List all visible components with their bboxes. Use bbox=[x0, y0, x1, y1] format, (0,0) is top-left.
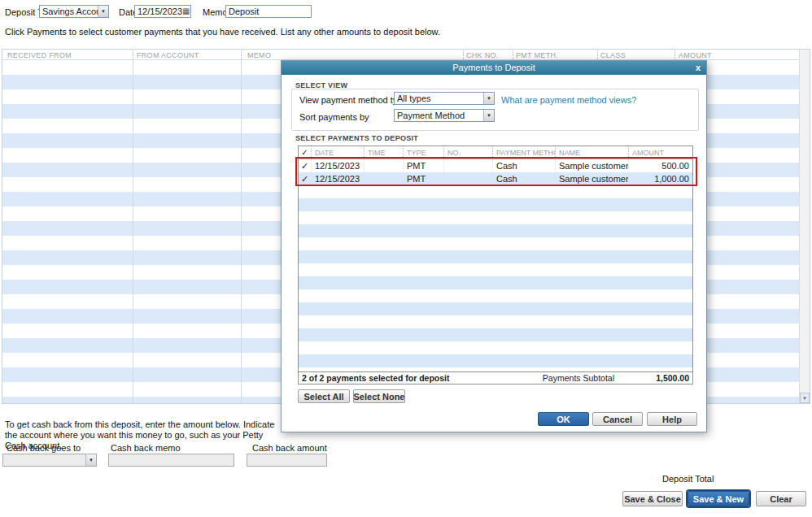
chevron-down-icon[interactable]: ▼ bbox=[85, 454, 96, 466]
cell-time bbox=[364, 172, 403, 185]
chevron-down-icon[interactable]: ▼ bbox=[483, 110, 494, 121]
deposit-to-select[interactable]: Savings Account ▼ bbox=[39, 5, 109, 18]
chevron-down-icon[interactable]: ▼ bbox=[98, 6, 108, 17]
cell-payment-method: Cash bbox=[492, 172, 555, 185]
dialog-title: Payments to Deposit bbox=[452, 63, 535, 72]
empty-row bbox=[299, 341, 692, 354]
cash-back-goes-to-select[interactable]: ▼ bbox=[2, 454, 97, 467]
column-separator bbox=[133, 50, 133, 59]
sort-payments-value: Payment Method bbox=[395, 111, 483, 120]
column-header-chk-no: CHK NO. bbox=[466, 51, 499, 59]
checkmark-icon[interactable]: ✓ bbox=[299, 159, 311, 172]
memo-value: Deposit bbox=[229, 7, 259, 16]
column-header-pmt-meth: PMT METH. bbox=[516, 51, 558, 59]
cash-back-memo-label: Cash back memo bbox=[111, 443, 181, 453]
deposit-grid-header: RECEIVED FROM FROM ACCOUNT MEMO CHK NO. … bbox=[2, 50, 799, 60]
column-separator bbox=[513, 50, 513, 59]
checkmark-icon[interactable]: ✓ bbox=[299, 172, 311, 185]
cancel-button[interactable]: Cancel bbox=[592, 412, 643, 426]
cell-no bbox=[443, 159, 492, 172]
check-column-header: ✓ bbox=[299, 146, 311, 159]
payments-table-footer: 2 of 2 payments selected for deposit Pay… bbox=[299, 371, 692, 384]
empty-row bbox=[299, 315, 692, 328]
payment-row[interactable]: ✓ 12/15/2023 PMT Cash Sample customer 50… bbox=[299, 159, 692, 172]
cell-time bbox=[364, 159, 403, 172]
sort-payments-select[interactable]: Payment Method ▼ bbox=[394, 109, 495, 122]
column-separator bbox=[463, 50, 464, 59]
view-method-value: All types bbox=[395, 93, 483, 103]
empty-row bbox=[299, 237, 692, 250]
selected-count-text: 2 of 2 payments selected for deposit bbox=[299, 373, 543, 383]
close-icon[interactable]: x bbox=[696, 61, 701, 75]
save-close-button[interactable]: Save & Close bbox=[622, 491, 683, 506]
empty-row bbox=[299, 250, 692, 263]
cell-amount: 500.00 bbox=[628, 159, 692, 172]
payments-table-body: ✓ 12/15/2023 PMT Cash Sample customer 50… bbox=[299, 159, 692, 371]
select-payments-label: SELECT PAYMENTS TO DEPOSIT bbox=[295, 134, 418, 142]
column-header-class: CLASS bbox=[600, 51, 626, 59]
column-separator bbox=[241, 50, 242, 59]
memo-input[interactable]: Deposit bbox=[225, 5, 312, 18]
save-new-button[interactable]: Save & New bbox=[688, 491, 749, 506]
column-header-name: NAME bbox=[555, 146, 628, 159]
empty-row bbox=[299, 276, 692, 289]
column-header-from-account: FROM ACCOUNT bbox=[137, 51, 199, 59]
empty-row bbox=[299, 328, 692, 341]
cell-no bbox=[443, 172, 492, 185]
payment-row[interactable]: ✓ 12/15/2023 PMT Cash Sample customer 1,… bbox=[299, 172, 692, 185]
cash-back-goes-to-label: Cash back goes to bbox=[7, 443, 81, 453]
cell-payment-method: Cash bbox=[492, 159, 555, 172]
memo-label: Memo bbox=[203, 7, 228, 17]
payments-table: ✓ DATE TIME TYPE NO. PAYMENT METHOD NAME… bbox=[298, 146, 693, 384]
cash-back-amount-input[interactable] bbox=[247, 454, 327, 467]
dialog-titlebar[interactable]: Payments to Deposit x bbox=[282, 61, 706, 75]
cash-back-memo-input[interactable] bbox=[108, 454, 234, 467]
column-header-no: NO. bbox=[443, 146, 492, 159]
column-header-memo: MEMO bbox=[247, 51, 271, 59]
ok-button[interactable]: OK bbox=[538, 412, 589, 426]
cell-type: PMT bbox=[403, 172, 443, 185]
select-none-button[interactable]: Select None bbox=[353, 389, 405, 403]
grid-line bbox=[241, 60, 242, 403]
calendar-icon[interactable]: ▦ bbox=[182, 7, 190, 15]
empty-row bbox=[299, 354, 692, 367]
cell-name: Sample customer bbox=[555, 159, 628, 172]
payments-subtotal-label: Payments Subtotal bbox=[543, 373, 622, 383]
deposit-to-value: Savings Account bbox=[40, 7, 98, 16]
select-all-button[interactable]: Select All bbox=[298, 389, 350, 403]
clear-button[interactable]: Clear bbox=[756, 491, 806, 506]
instruction-text: Click Payments to select customer paymen… bbox=[5, 27, 440, 37]
payments-subtotal-value: 1,500.00 bbox=[622, 373, 692, 383]
empty-row bbox=[299, 263, 692, 276]
column-header-time: TIME bbox=[364, 146, 403, 159]
sort-payments-label: Sort payments by bbox=[299, 112, 369, 122]
column-header-amount: AMOUNT bbox=[679, 51, 712, 59]
view-method-select[interactable]: All types ▼ bbox=[394, 92, 495, 105]
cell-name: Sample customer bbox=[555, 172, 628, 185]
help-button[interactable]: Help bbox=[647, 412, 697, 426]
cell-date: 12/15/2023 bbox=[311, 159, 364, 172]
payments-to-deposit-dialog: Payments to Deposit x SELECT VIEW View p… bbox=[281, 60, 707, 432]
vertical-scrollbar[interactable]: ▼ bbox=[799, 50, 810, 403]
grid-line bbox=[133, 60, 133, 403]
empty-row bbox=[299, 185, 692, 198]
payments-table-header: ✓ DATE TIME TYPE NO. PAYMENT METHOD NAME… bbox=[299, 146, 692, 159]
column-header-date: DATE bbox=[311, 146, 364, 159]
view-method-label: View payment method type bbox=[299, 95, 407, 105]
empty-row bbox=[299, 211, 692, 224]
cash-back-amount-label: Cash back amount bbox=[252, 443, 327, 453]
empty-row bbox=[299, 198, 692, 211]
payment-method-views-link[interactable]: What are payment method views? bbox=[501, 95, 636, 105]
column-header-payment-method: PAYMENT METHOD bbox=[492, 146, 555, 159]
chevron-down-icon[interactable]: ▼ bbox=[483, 93, 494, 104]
deposit-total-label: Deposit Total bbox=[662, 474, 714, 484]
empty-row bbox=[299, 224, 692, 237]
column-separator bbox=[674, 50, 675, 59]
scroll-down-icon[interactable]: ▼ bbox=[800, 393, 810, 403]
cell-type: PMT bbox=[403, 159, 443, 172]
make-deposits-window: Deposit To Savings Account ▼ Date 12/15/… bbox=[0, 0, 812, 517]
date-input[interactable]: 12/15/2023 ▦ bbox=[134, 5, 191, 18]
column-header-amount: AMOUNT bbox=[628, 146, 692, 159]
column-header-received-from: RECEIVED FROM bbox=[7, 51, 72, 59]
date-value: 12/15/2023 bbox=[138, 7, 182, 16]
